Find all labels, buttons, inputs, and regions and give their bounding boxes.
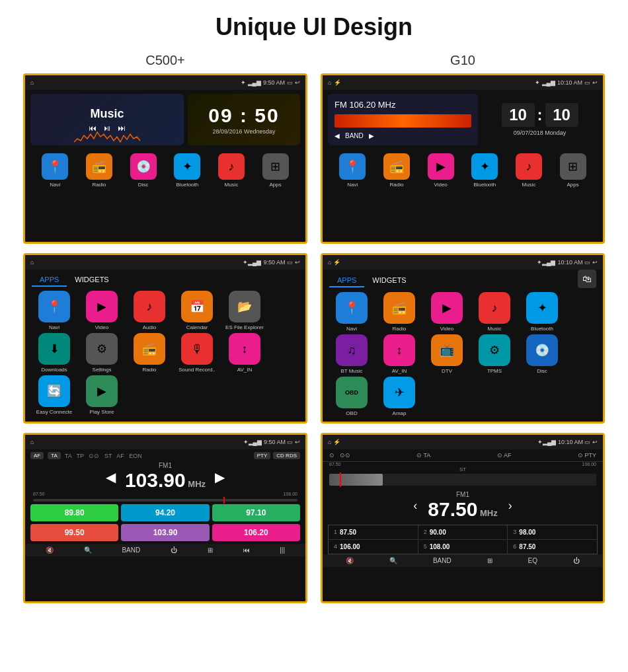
c500-eq-btn[interactable]: ||| — [280, 546, 285, 554]
g10-presets-list: 1 87.50 2 90.00 3 98.00 4 106.00 5 108.0… — [328, 525, 598, 554]
g10-seek-section: 87.50 108.00 ST — [323, 462, 603, 486]
c500-app-audio[interactable]: ♪ Audio — [127, 291, 172, 330]
g10-home-app-apps[interactable]: ⊞ Apps — [555, 153, 592, 188]
prev-icon[interactable]: ⏮ — [89, 124, 97, 133]
g10-preset-4[interactable]: 4 106.00 — [329, 540, 418, 554]
g10-prev-icon[interactable]: ◀ — [334, 132, 340, 139]
c500-app-calendar[interactable]: 📅 Calendar — [175, 291, 219, 330]
g10-waveform — [334, 114, 471, 128]
g10-shop-icon[interactable]: 🛍 — [578, 270, 596, 288]
g10-tab-widgets[interactable]: WIDGETS — [364, 274, 414, 287]
c500-freq-row: ◀ FM1 103.90 MHz ▶ — [30, 462, 300, 492]
c500-radio-presets: 89.80 94.20 97.10 99.50 103.90 106.20 — [30, 504, 300, 541]
c500-seekbar-section: 87.50 108.00 — [30, 492, 300, 502]
g10-mute-btn[interactable]: 🔇 — [346, 557, 354, 564]
c500-skip-btn[interactable]: ⏮ — [243, 546, 250, 554]
g10-back-icon[interactable]: ↩ — [592, 79, 598, 86]
c500-app-soundrec[interactable]: 🎙 Sound Record.. — [175, 333, 219, 373]
g10-seek-next[interactable]: › — [508, 499, 512, 513]
g10-eq-btn[interactable]: EQ — [528, 557, 537, 564]
g10-band-control: ◀ BAND ▶ — [334, 132, 471, 139]
g10-menu-btn[interactable]: ⊞ — [487, 557, 492, 564]
tab-widgets[interactable]: WIDGETS — [67, 274, 116, 287]
c500-seek-prev[interactable]: ◀ — [106, 469, 116, 485]
g10-app-navi[interactable]: 📍 Navi — [329, 292, 374, 332]
preset-1[interactable]: 89.80 — [30, 504, 118, 521]
c500-app-radio[interactable]: 📻 Radio — [127, 333, 172, 373]
g10-app-disc[interactable]: 💿 Disc — [520, 334, 565, 374]
c500-app-avin[interactable]: ↕ AV_IN — [222, 333, 267, 373]
disc-icon: 💿 — [130, 153, 157, 180]
preset-2[interactable]: 94.20 — [121, 504, 209, 521]
g10-seekbar[interactable] — [329, 474, 596, 486]
g10-tab-apps[interactable]: APPS — [329, 274, 364, 287]
g10-band-btn[interactable]: BAND — [433, 557, 451, 564]
g10-app-video[interactable]: ▶ Video — [424, 292, 469, 332]
preset-4[interactable]: 99.50 — [30, 524, 118, 541]
g10-radio-freq-display: 87.50 MHz — [428, 498, 497, 521]
g10-app-music[interactable]: ♪ Music — [472, 292, 517, 332]
c500-app-easyconnect[interactable]: 🔄 Easy Connecte — [32, 375, 77, 415]
c500-power-btn[interactable]: ⏻ — [171, 546, 177, 554]
next-icon[interactable]: ⏭ — [118, 124, 126, 133]
preset-3[interactable]: 97.10 — [212, 504, 300, 521]
c500-mute-btn[interactable]: 🔇 — [46, 546, 54, 554]
c500-radio-seekbar[interactable] — [33, 499, 297, 502]
c500-home-app-bt[interactable]: ✦ Bluetooth — [169, 153, 206, 188]
c500-home-app-music[interactable]: ♪ Music — [213, 153, 250, 188]
c500-bt-icon: ✦ — [241, 79, 246, 86]
g10-home-app-video[interactable]: ▶ Video — [422, 153, 459, 188]
c500-home-app-navi[interactable]: 📍 Navi — [36, 153, 73, 188]
g10-seek-prev[interactable]: ‹ — [413, 499, 417, 513]
g10-home-app-radio[interactable]: 📻 Radio — [378, 153, 415, 188]
c500-home-app-radio[interactable]: 📻 Radio — [81, 153, 118, 188]
g10-home-app-bt[interactable]: ✦ Bluetooth — [466, 153, 503, 188]
c500-app-downloads[interactable]: ⬇ Downloads — [32, 333, 77, 373]
c500-clock-widget: 09 : 50 28/09/2016 Wednesday — [188, 94, 300, 145]
g10-app-radio[interactable]: 📻 Radio — [377, 292, 422, 332]
g10-home-app-navi[interactable]: 📍 Navi — [334, 153, 371, 188]
g10-preset-5[interactable]: 5 108.00 — [418, 540, 508, 554]
c500-clock-time: 09 : 50 — [208, 104, 279, 127]
c500-app-es[interactable]: 📂 ES File Explorer — [222, 291, 267, 330]
c500-app-playstore[interactable]: ▶ Play Store — [79, 375, 124, 415]
g10-preset-1[interactable]: 1 87.50 — [329, 525, 418, 539]
g10-search-btn[interactable]: 🔍 — [389, 557, 397, 564]
c500-menu-btn[interactable]: ⊞ — [208, 546, 213, 554]
g10-radio-screen: ⌂ ⚡ ✦▂▄▆ 10:10 AM ▭ ↩ ⊙ ⊙⊙ ⊙ TA ⊙ AF ⊙ P… — [321, 433, 605, 603]
g10-signal-icon: ▂▄▆ — [542, 79, 555, 86]
c500-home-app-disc[interactable]: 💿 Disc — [125, 153, 162, 188]
preset-6[interactable]: 106.20 — [212, 524, 300, 541]
c500-app-settings[interactable]: ⚙ Settings — [79, 333, 124, 373]
page-title: Unique UI Design — [216, 13, 412, 41]
c500-app-navi[interactable]: 📍 Navi — [32, 291, 77, 330]
g10-home-app-music[interactable]: ♪ Music — [510, 153, 547, 188]
music-icon: ♪ — [218, 153, 245, 180]
c500-music-title: Music — [90, 107, 124, 121]
g10-home-apps: 📍 Navi 📻 Radio ▶ Video ✦ Bluetooth ♪ Mus… — [323, 149, 603, 192]
g10-app-bt[interactable]: ✦ Bluetooth — [520, 292, 565, 332]
c500-radio-bottom: 🔇 🔍 BAND ⏻ ⊞ ⏮ ||| — [25, 544, 305, 556]
g10-preset-6[interactable]: 6 87.50 — [508, 540, 597, 554]
c500-search-btn[interactable]: 🔍 — [84, 546, 92, 554]
preset-5[interactable]: 103.90 — [121, 524, 209, 541]
c500-back-icon[interactable]: ↩ — [295, 79, 300, 86]
g10-preset-2[interactable]: 2 90.00 — [418, 525, 508, 539]
g10-next-icon[interactable]: ▶ — [369, 132, 374, 139]
g10-app-dtv[interactable]: 📺 DTV — [424, 334, 469, 374]
c500-band-btn[interactable]: BAND — [122, 546, 140, 554]
g10-app-obd[interactable]: OBD OBD — [329, 377, 374, 416]
c500-seek-next[interactable]: ▶ — [215, 469, 225, 485]
g10-app-avin[interactable]: ↕ AV_IN — [377, 334, 422, 374]
c500-app-video[interactable]: ▶ Video — [79, 291, 124, 330]
g10-app-btmusic[interactable]: ♫ BT Music — [329, 334, 374, 374]
g10-app-amap[interactable]: ✈ Amap — [377, 377, 422, 416]
g10-app-tpms[interactable]: ⚙ TPMS — [472, 334, 517, 374]
g10-preset-3[interactable]: 3 98.00 — [508, 525, 597, 539]
g10-home-screen: ⌂ ⚡ ✦ ▂▄▆ 10:10 AM ▭ ↩ FM 106.20 MHz ◀ B… — [321, 73, 605, 244]
tab-apps[interactable]: APPS — [32, 274, 67, 287]
c500-home-app-apps[interactable]: ⊞ Apps — [257, 153, 294, 188]
g10-radio-top: ⊙ ⊙⊙ ⊙ TA ⊙ AF ⊙ PTY — [323, 449, 603, 462]
play-icon[interactable]: ⏯ — [103, 124, 111, 133]
g10-power-btn[interactable]: ⏻ — [573, 557, 580, 564]
